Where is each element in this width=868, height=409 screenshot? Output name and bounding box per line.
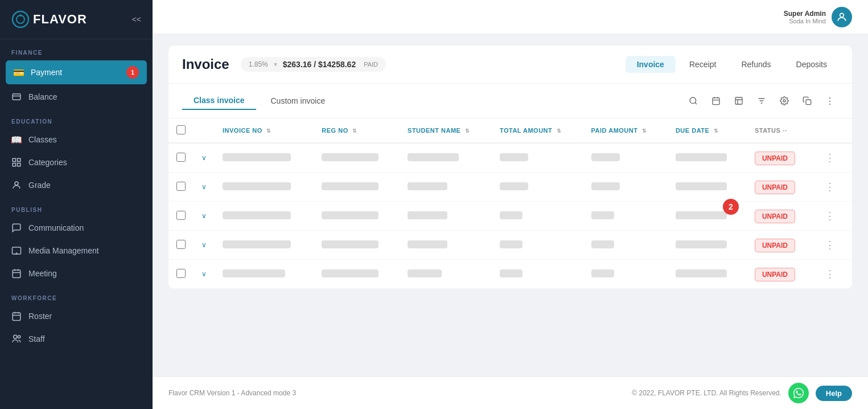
total-amount-cell — [492, 143, 583, 173]
paid-amount-cell — [583, 202, 668, 231]
row-checkbox[interactable] — [176, 240, 186, 249]
invoice-no-cell — [215, 173, 314, 202]
sort-student-name[interactable]: ⇅ — [465, 128, 470, 134]
row-more-button[interactable]: ⋮ — [821, 180, 838, 194]
student-name-cell — [400, 143, 492, 173]
paid-amount-cell — [583, 173, 668, 202]
sidebar-item-roster-label: Roster — [28, 312, 52, 321]
sort-total-amount[interactable]: ⇅ — [557, 128, 562, 134]
sidebar-item-communication[interactable]: Communication — [0, 216, 153, 239]
search-icon[interactable] — [685, 92, 702, 109]
sidebar-item-grade[interactable]: Grade — [0, 174, 153, 197]
sidebar-item-balance-label: Balance — [28, 92, 57, 101]
roster-icon — [11, 311, 22, 321]
help-button[interactable]: Help — [816, 386, 852, 401]
copy-icon[interactable] — [799, 92, 816, 109]
sidebar-item-meeting[interactable]: Meeting — [0, 262, 153, 285]
svg-rect-17 — [13, 313, 20, 321]
subtab-custom-invoice[interactable]: Custom invoice — [260, 92, 337, 109]
svg-point-24 — [690, 97, 696, 104]
row-checkbox[interactable] — [176, 269, 186, 278]
user-role: Super Admin — [784, 10, 826, 18]
row-more-button[interactable]: ⋮ — [821, 267, 838, 281]
paid-amount-cell — [583, 143, 668, 173]
row-checkbox[interactable] — [176, 182, 186, 191]
invoice-title: Invoice — [182, 56, 229, 72]
user-names: Super Admin Soda In Mind — [784, 10, 826, 24]
status-cell: UNPAID — [747, 202, 813, 231]
select-all-checkbox[interactable] — [176, 125, 186, 134]
settings-icon[interactable] — [776, 92, 793, 109]
more-options-icon[interactable]: ⋮ — [821, 92, 838, 109]
tab-deposits[interactable]: Deposits — [785, 56, 838, 73]
row-checkbox[interactable] — [176, 211, 186, 220]
svg-rect-26 — [713, 98, 719, 105]
svg-rect-3 — [13, 94, 20, 100]
student-name-cell — [400, 202, 492, 231]
table-row: ∨ UNPAID ⋮ — [168, 173, 852, 202]
svg-rect-5 — [13, 158, 15, 161]
row-more-button[interactable]: ⋮ — [821, 238, 838, 252]
paid-amount-cell — [583, 260, 668, 289]
row-expand[interactable]: ∨ — [194, 202, 215, 231]
section-finance: FINANCE — [0, 39, 153, 59]
due-date-cell — [668, 173, 747, 202]
sidebar-item-categories[interactable]: Categories — [0, 151, 153, 174]
invoice-no-cell — [215, 231, 314, 260]
sidebar-item-roster[interactable]: Roster — [0, 305, 153, 328]
whatsapp-button[interactable] — [788, 383, 809, 403]
sort-reg-no[interactable]: ⇅ — [352, 128, 357, 134]
paid-amount-cell — [583, 231, 668, 260]
footer-version: Flavor CRM Version 1 - Advanced mode 3 — [168, 389, 296, 397]
tab-refunds[interactable]: Refunds — [730, 56, 782, 73]
sort-paid-amount[interactable]: ⇅ — [642, 128, 647, 134]
reg-no-cell — [314, 143, 400, 173]
row-expand[interactable]: ∨ — [194, 231, 215, 260]
invoice-panel: Invoice 1.85% ▾ $263.16 / $14258.62 PAID… — [168, 46, 852, 289]
sidebar-item-balance[interactable]: Balance — [0, 85, 153, 108]
col-due-date: DUE DATE ⇅ — [668, 118, 747, 143]
tab-receipt[interactable]: Receipt — [678, 56, 727, 73]
row-expand[interactable]: ∨ — [194, 143, 215, 173]
sidebar-item-media[interactable]: Media Management — [0, 239, 153, 262]
row-expand[interactable]: ∨ — [194, 173, 215, 202]
total-amount-cell — [492, 260, 583, 289]
tab-invoice[interactable]: Invoice — [626, 56, 676, 73]
reg-no-cell — [314, 260, 400, 289]
svg-point-9 — [15, 182, 18, 185]
flavor-logo-icon — [11, 10, 30, 28]
user-info: Super Admin Soda In Mind — [784, 7, 852, 27]
invoice-paid-label: PAID — [364, 61, 378, 68]
sidebar-item-payment[interactable]: 💳 Payment 1 — [6, 60, 147, 84]
student-name-cell — [400, 231, 492, 260]
svg-rect-30 — [735, 97, 742, 104]
invoice-no-cell — [215, 260, 314, 289]
table-row: ∨ UNPAID ⋮ — [168, 260, 852, 289]
sidebar-item-staff-label: Staff — [28, 334, 45, 343]
total-amount-cell — [492, 231, 583, 260]
row-expand[interactable]: ∨ — [194, 260, 215, 289]
sort-due-date[interactable]: ⇅ — [714, 128, 719, 134]
col-student-name: STUDENT NAME ⇅ — [400, 118, 492, 143]
grade-icon — [11, 180, 22, 190]
due-date-cell — [668, 143, 747, 173]
svg-rect-7 — [13, 163, 15, 166]
export-icon[interactable] — [730, 92, 747, 109]
calendar-icon[interactable] — [707, 92, 725, 109]
row-more-button[interactable]: ⋮ — [821, 209, 838, 223]
sidebar-collapse-icon[interactable]: << — [132, 15, 141, 24]
sidebar-item-classes[interactable]: 📖 Classes — [0, 128, 153, 151]
row-checkbox[interactable] — [176, 153, 186, 162]
invoice-amount: $263.16 / $14258.62 — [283, 60, 356, 69]
sidebar-item-categories-label: Categories — [28, 158, 67, 167]
subtab-class-invoice[interactable]: Class invoice — [182, 92, 256, 110]
sidebar-item-staff[interactable]: Staff — [0, 328, 153, 350]
svg-point-36 — [783, 100, 785, 102]
col-invoice-no: INVOICE NO ⇅ — [215, 118, 314, 143]
row-more-button[interactable]: ⋮ — [821, 151, 838, 165]
footer-right: © 2022, FLAVOR PTE. LTD. All Rights Rese… — [632, 383, 852, 403]
footer: Flavor CRM Version 1 - Advanced mode 3 ©… — [153, 377, 868, 409]
sort-invoice-no[interactable]: ⇅ — [266, 128, 271, 134]
filter-icon[interactable] — [753, 92, 770, 109]
col-status: STATUS •• — [747, 118, 813, 143]
